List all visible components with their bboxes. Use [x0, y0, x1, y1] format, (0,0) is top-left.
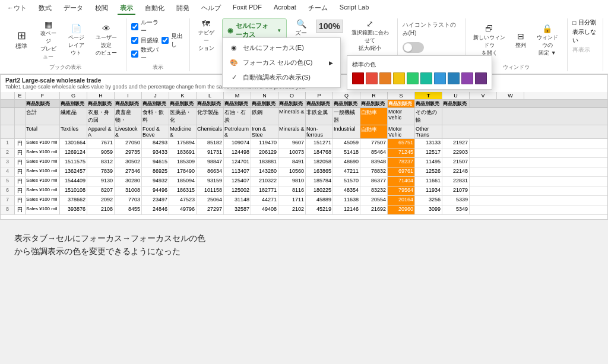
- data-cell[interactable]: 27297: [197, 205, 224, 214]
- data-cell[interactable]: 13133: [415, 139, 442, 148]
- swatch-7[interactable]: [448, 72, 460, 84]
- swatch-5[interactable]: [420, 72, 432, 84]
- data-cell[interactable]: 85182: [197, 139, 224, 148]
- data-cell[interactable]: 20554: [360, 196, 388, 205]
- tab-foxit[interactable]: Foxit PDF: [230, 2, 264, 15]
- swatch-3[interactable]: [393, 72, 405, 84]
- data-cell[interactable]: 3256: [415, 196, 442, 205]
- data-cell[interactable]: 83948: [360, 158, 388, 167]
- data-cell[interactable]: 94615: [142, 158, 169, 167]
- data-cell[interactable]: 20164: [388, 196, 415, 205]
- data-cell[interactable]: 101158: [197, 186, 224, 195]
- data-cell[interactable]: 24846: [142, 205, 169, 214]
- data-cell[interactable]: 2108: [87, 205, 115, 214]
- data-cell[interactable]: 124701: [224, 158, 251, 167]
- check-formula-bar[interactable]: 数式バー: [131, 46, 160, 62]
- data-cell[interactable]: 178490: [169, 167, 197, 176]
- data-cell[interactable]: 113407: [224, 167, 251, 176]
- data-cell[interactable]: 185784: [306, 177, 333, 186]
- data-cell[interactable]: 48690: [333, 158, 360, 167]
- data-cell[interactable]: 10560: [278, 167, 306, 176]
- headings-checkbox[interactable]: [162, 37, 169, 44]
- data-cell[interactable]: 1269124: [60, 148, 87, 157]
- data-cell[interactable]: 21927: [442, 139, 470, 148]
- data-cell[interactable]: 1301664: [60, 139, 87, 148]
- data-cell[interactable]: 51570: [333, 177, 360, 186]
- standard-button[interactable]: ⊞ 標準: [10, 29, 33, 52]
- data-cell[interactable]: 79564: [388, 186, 415, 195]
- data-cell[interactable]: 32587: [224, 205, 251, 214]
- data-cell[interactable]: 8207: [87, 186, 115, 195]
- data-cell[interactable]: 9059: [87, 148, 115, 157]
- data-cell[interactable]: 25064: [197, 196, 224, 205]
- tab-layout[interactable]: ←ウト: [5, 2, 29, 15]
- data-cell[interactable]: 8116: [278, 186, 306, 195]
- data-cell[interactable]: 51418: [333, 148, 360, 157]
- data-cell[interactable]: 143280: [251, 167, 278, 176]
- data-cell[interactable]: 86925: [142, 167, 169, 176]
- data-cell[interactable]: 21692: [360, 205, 388, 214]
- ruler-checkbox[interactable]: [131, 23, 138, 30]
- data-cell[interactable]: 183691: [169, 148, 197, 157]
- data-cell[interactable]: 5339: [442, 196, 470, 205]
- data-cell[interactable]: 85464: [360, 148, 388, 157]
- data-cell[interactable]: 78832: [360, 167, 388, 176]
- data-cell[interactable]: 393876: [60, 205, 87, 214]
- data-cell[interactable]: 2102: [278, 205, 306, 214]
- data-cell[interactable]: 94496: [142, 186, 169, 195]
- data-cell[interactable]: 3099: [415, 205, 442, 214]
- data-cell[interactable]: 10073: [278, 148, 306, 157]
- data-cell[interactable]: 185094: [169, 177, 197, 186]
- arrange-button[interactable]: ⊟ 整列: [511, 31, 530, 50]
- tab-formula[interactable]: 数式: [36, 2, 54, 15]
- freeze-button[interactable]: 🔒 ウィンドウの固定 ▼: [533, 23, 563, 58]
- data-cell[interactable]: 31148: [224, 196, 251, 205]
- data-cell[interactable]: 22831: [442, 177, 470, 186]
- data-cell[interactable]: 182771: [251, 186, 278, 195]
- data-cell[interactable]: 27346: [115, 167, 142, 176]
- data-cell[interactable]: 1510108: [60, 186, 87, 195]
- data-cell[interactable]: 31008: [115, 186, 142, 195]
- data-cell[interactable]: 2092: [87, 196, 115, 205]
- data-cell[interactable]: 7703: [115, 196, 142, 205]
- data-cell[interactable]: 49408: [251, 205, 278, 214]
- data-cell[interactable]: 9607: [278, 139, 306, 148]
- data-cell[interactable]: 94932: [142, 177, 169, 186]
- swatch-2[interactable]: [379, 72, 391, 84]
- data-cell[interactable]: 12526: [415, 167, 442, 176]
- tab-view[interactable]: 表示: [118, 2, 135, 15]
- data-cell[interactable]: 86634: [197, 167, 224, 176]
- data-cell[interactable]: 1511575: [60, 158, 87, 167]
- check-headings[interactable]: 見出し: [162, 32, 185, 49]
- data-cell[interactable]: 9810: [278, 177, 306, 186]
- data-cell[interactable]: 210322: [251, 177, 278, 186]
- navigator-button[interactable]: 🗺 ナビゲーション: [195, 18, 217, 53]
- data-cell[interactable]: 29735: [115, 148, 142, 157]
- data-cell[interactable]: 71404: [388, 177, 415, 186]
- data-cell[interactable]: 109074: [224, 139, 251, 148]
- dropdown-focus-color[interactable]: 🎨 フォーカス セルの色(C) ▶: [223, 55, 340, 70]
- data-cell[interactable]: 47523: [169, 196, 197, 205]
- data-cell[interactable]: 49796: [169, 205, 197, 214]
- tab-team[interactable]: チーム: [306, 2, 330, 15]
- data-cell[interactable]: 71245: [388, 148, 415, 157]
- check-ruler[interactable]: ルーラー: [131, 18, 160, 35]
- data-cell[interactable]: 12146: [333, 205, 360, 214]
- data-cell[interactable]: 78237: [388, 158, 415, 167]
- data-cell[interactable]: 1711: [278, 196, 306, 205]
- data-cell[interactable]: 22903: [442, 148, 470, 157]
- data-cell[interactable]: 1544409: [60, 177, 87, 186]
- data-cell[interactable]: 151271: [306, 139, 333, 148]
- data-cell[interactable]: 7671: [87, 139, 115, 148]
- data-cell[interactable]: 86377: [360, 177, 388, 186]
- data-cell[interactable]: 11638: [333, 196, 360, 205]
- data-cell[interactable]: 125407: [224, 177, 251, 186]
- data-cell[interactable]: 69761: [388, 167, 415, 176]
- data-cell[interactable]: 77507: [360, 139, 388, 148]
- swatch-4[interactable]: [407, 72, 419, 84]
- user-view-button[interactable]: 👁 ユーザー設定のビュー: [91, 23, 121, 58]
- split-button[interactable]: □ 日分割: [572, 18, 596, 27]
- data-cell[interactable]: 21507: [442, 158, 470, 167]
- data-cell[interactable]: 9130: [87, 177, 115, 186]
- data-cell[interactable]: 8491: [278, 158, 306, 167]
